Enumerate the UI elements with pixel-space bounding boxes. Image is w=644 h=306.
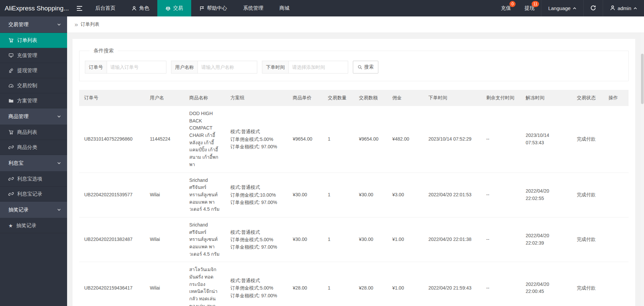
cell-action [603,217,629,262]
cell-qty: 1 [323,262,354,306]
withdraw-button[interactable]: 提现 11 [518,0,541,16]
sidebar-item-利息宝选项[interactable]: 利息宝选项 [0,171,67,187]
cell-unfreeze-time: 2022/04/20 22:02:39 [521,217,572,262]
nav-item-6[interactable]: 商城 [271,0,298,16]
nav-item-label: 系统管理 [243,5,263,11]
sidebar-item-label: 商品分类 [17,144,37,151]
cell-plan: 模式:普通模式订单佣金模式:5.00%订单金额模式: 97.00% [225,262,288,306]
cell-unit-price: ¥30.00 [288,217,323,262]
sidebar-item-充值管理[interactable]: 充值管理 [0,48,67,63]
plan-line: 模式:普通模式 [230,128,283,135]
username-input[interactable] [198,61,257,73]
main-area: » 订单列表 条件搜索 订单号 用户名称 下单时间 [67,16,644,306]
app-brand: AliExpress Shopping... [0,0,72,16]
nav-item-3[interactable]: 交易 [157,0,191,16]
chevron-up-icon [633,6,637,10]
search-button[interactable]: 搜索 [353,61,378,73]
cell-status: 完成付款 [572,106,603,172]
nav-item-2[interactable]: 角色 [123,0,157,16]
refresh-button[interactable] [583,0,603,16]
cell-username: Wilai [145,217,184,262]
gauge-icon [8,83,14,88]
chevron-down-icon [57,114,61,118]
sidebar-group-4[interactable]: 抽奖记录 [0,202,67,218]
column-header-6: 交易数量 [323,90,354,106]
table-row: UB2204202201539577WilaiSrichand ศรีจันทร… [79,172,629,217]
menu-toggle-icon[interactable] [72,0,87,16]
nav-item-5[interactable]: 系统管理 [235,0,271,16]
column-header-10: 剩余支付时间 [481,90,521,106]
plan-line: 订单佣金模式:5.00% [230,236,283,243]
column-header-13: 操作 [603,90,629,106]
table-row: UB231014075229686011445224DOD HIGH BACK … [79,106,629,172]
cell-unfreeze-time: 2022/04/20 22:00:45 [521,262,572,306]
sidebar-item-订单列表[interactable]: 订单列表 [0,33,67,48]
orders-tbody: UB231014075229686011445224DOD HIGH BACK … [79,106,629,306]
cell-unit-price: ¥30.00 [288,172,323,217]
admin-menu[interactable]: admin [603,0,644,16]
recharge-button[interactable]: 充值 0 [494,0,518,16]
username-field-label: 用户名称 [171,61,198,73]
cell-order-no: UB2310140752296860 [79,106,145,172]
link-icon [8,176,14,182]
chevron-up-icon [573,6,577,10]
cell-amount: ¥30.00 [354,217,387,262]
order-time-input[interactable] [288,61,348,73]
nav-item-label: 交易 [173,5,183,11]
plan-line: 模式:普通模式 [230,184,283,191]
chevron-down-icon [57,22,61,27]
plan-line: 模式:普通模式 [230,277,283,284]
sidebar-item-label: 利息宝选项 [17,176,42,182]
cell-amount: ¥28.00 [354,262,387,306]
search-row: 订单号 用户名称 下单时间 搜索 [85,61,624,73]
sidebar-group-3[interactable]: 利息宝 [0,155,67,171]
sidebar-item-交易控制[interactable]: 交易控制 [0,78,67,93]
sidebar-group-1[interactable]: 交易管理 [0,16,67,33]
table-header-row: 订单号用户名商品名称方案组商品单价交易数量交易数额佣金下单时间剩余支付时间解冻时… [79,90,629,106]
sidebar-item-商品列表[interactable]: 商品列表 [0,125,67,140]
sidebar: 交易管理订单列表充值管理提现管理交易控制方案管理商品管理商品列表商品分类利息宝利… [0,16,67,306]
cart-icon [8,130,14,135]
sidebar-item-提现管理[interactable]: 提现管理 [0,63,67,78]
cell-username: Wilai [145,262,184,306]
vertical-scrollbar[interactable] [641,33,644,306]
cell-product: Srichand ศรีจันทร์ ทรานส์ลูเซนท์ คอมแพค … [184,172,225,217]
nav-item-4[interactable]: 帮助中心 [191,0,235,16]
top-header: AliExpress Shopping... 后台首页角色交易帮助中心系统管理商… [0,0,644,16]
cell-status: 完成付款 [572,172,603,217]
cell-unfreeze-time: 2023/10/14 07:53:43 [521,106,572,172]
sidebar-item-抽奖记录[interactable]: ★抽奖记录 [0,218,67,233]
cell-amount: ¥9654.00 [354,106,387,172]
sidebar-group-label: 利息宝 [8,160,57,166]
sidebar-group-label: 商品管理 [8,113,57,120]
sidebar-item-利息宝记录[interactable]: 利息宝记录 [0,187,67,202]
cell-action [603,172,629,217]
cell-order-time: 2023/10/14 07:52:29 [423,106,481,172]
scrollbar-thumb[interactable] [641,54,644,104]
plan-line: 模式:普通模式 [230,228,283,236]
sidebar-item-商品分类[interactable]: 商品分类 [0,140,67,155]
sidebar-group-2[interactable]: 商品管理 [0,108,67,125]
cell-order-time: 2022/04/20 22:01:38 [423,217,481,262]
admin-label: admin [618,5,631,11]
sidebar-item-方案管理[interactable]: 方案管理 [0,93,67,108]
scales-icon [165,6,171,11]
order-no-input[interactable] [107,61,166,73]
language-menu[interactable]: Language [541,0,583,16]
cell-remaining: -- [481,172,521,217]
cell-order-no: UB2204202201539577 [79,172,145,217]
cell-order-time: 2022/04/20 22:01:53 [423,172,481,217]
nav-item-label: 角色 [139,5,149,11]
search-panel-legend: 条件搜索 [90,48,118,54]
header-right: 充值 0 提现 11 Language admin [494,0,644,16]
sidebar-item-label: 抽奖记录 [16,222,36,229]
sidebar-item-label: 充值管理 [17,52,37,59]
cell-remaining: -- [481,262,521,306]
order-time-field-group: 下单时间 [262,61,348,73]
nav-item-1[interactable]: 后台首页 [87,0,123,16]
sidebar-group-label: 抽奖记录 [8,207,57,213]
link-icon [8,145,14,150]
column-header-3: 商品名称 [184,90,225,106]
cell-action [603,106,629,172]
recharge-label: 充值 [501,5,511,11]
